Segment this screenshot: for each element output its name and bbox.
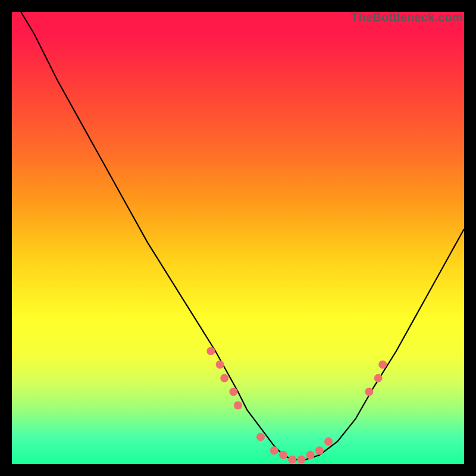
data-point bbox=[306, 451, 315, 459]
data-point bbox=[279, 451, 287, 459]
data-point bbox=[297, 455, 305, 464]
bottleneck-curve bbox=[21, 12, 464, 459]
data-point bbox=[315, 446, 324, 455]
data-point bbox=[216, 361, 224, 369]
data-point bbox=[374, 374, 383, 383]
data-point bbox=[288, 455, 296, 464]
data-point bbox=[220, 374, 228, 383]
data-point bbox=[229, 387, 237, 396]
chart-svg bbox=[12, 12, 464, 464]
data-point bbox=[378, 361, 387, 369]
chart-frame: TheBottleneck.com bbox=[0, 0, 476, 476]
data-point bbox=[365, 387, 373, 396]
data-point bbox=[234, 401, 242, 409]
data-markers bbox=[206, 347, 387, 464]
plot-area: TheBottleneck.com bbox=[12, 12, 464, 464]
data-point bbox=[206, 347, 215, 355]
data-point bbox=[256, 433, 265, 441]
data-point bbox=[324, 437, 333, 446]
data-point bbox=[270, 446, 278, 455]
